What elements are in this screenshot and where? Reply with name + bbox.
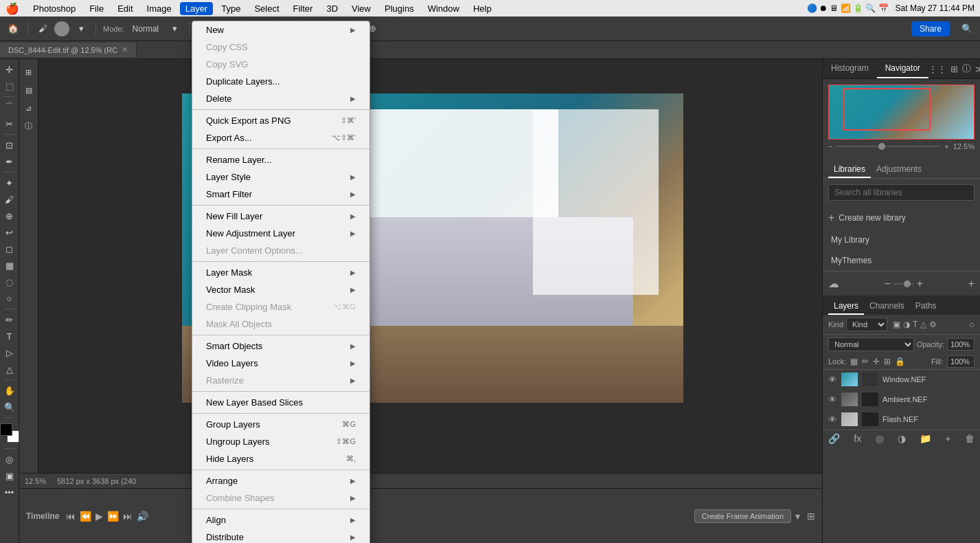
timeline-arrow-down[interactable]: ▾ [795,511,800,522]
menu-distribute[interactable]: Distribute ▶ [192,529,369,543]
timeline-audio[interactable]: 🔊 [137,511,148,522]
history-brush[interactable]: ↩ [2,225,17,240]
dodge-tool[interactable]: ○ [2,291,17,306]
menu-ungroup-layers[interactable]: Ungroup Layers ⇧⌘G [192,433,369,450]
lib-zoom-out[interactable]: − [884,278,890,290]
add-mask-btn[interactable]: ◎ [876,433,884,444]
libraries-tab[interactable]: Libraries [828,162,871,178]
panel-icon-3[interactable]: ⓘ [962,63,971,75]
timeline-prev[interactable]: ⏪ [80,511,91,522]
layer-item-window[interactable]: 👁 Window.NEF [823,370,980,390]
menu-vector-mask[interactable]: Vector Mask ▶ [192,281,369,298]
menu-new-fill-layer[interactable]: New Fill Layer ▶ [192,208,369,225]
group-layer-btn[interactable]: 📁 [920,433,931,444]
menubar-photoshop[interactable]: Photoshop [27,2,81,15]
panel-icon-1[interactable]: ⋮⋮ [928,64,946,74]
brush-tool-options[interactable]: 🖌 [35,21,50,36]
timeline-expand[interactable]: ⊞ [807,511,815,522]
filter-icon[interactable]: ▤ [21,82,36,98]
timeline-prev-start[interactable]: ⏮ [66,511,76,522]
lock-pixel[interactable]: ✏ [862,357,869,366]
menu-video-layers[interactable]: Video Layers ▶ [192,355,369,372]
crop-tool[interactable]: ⊡ [2,137,17,153]
layer-item-flash[interactable]: 👁 Flash.NEF [823,410,980,430]
filter-toggle[interactable]: ○ [969,319,975,330]
add-style-btn[interactable]: fx [854,433,861,444]
mythemes-item[interactable]: MyThemes [823,250,980,271]
lock-transparent[interactable]: ▦ [850,357,858,366]
timeline-next[interactable]: ⏩ [107,511,119,522]
menubar-view[interactable]: View [346,2,376,15]
eraser-tool[interactable]: ◻ [2,241,17,256]
document-tab[interactable]: DSC_8444-Edit.tif @ 12.5% (RC ✕ [0,43,137,57]
paths-tab[interactable]: Paths [910,298,942,315]
quick-select-tool[interactable]: ✂ [2,116,17,131]
extra-tools[interactable]: ••• [2,485,17,500]
navigator-tab[interactable]: Navigator [877,59,928,78]
eyedropper-tool[interactable]: ✒ [2,154,17,169]
move-tool[interactable]: ✛ [2,62,17,77]
menubar-file[interactable]: File [84,2,109,15]
brush-arrow[interactable]: ▾ [73,21,89,36]
lock-all[interactable]: 🔒 [895,357,905,366]
share-button[interactable]: Share [911,21,950,36]
gradient-tool[interactable]: ▦ [2,258,17,273]
color-swatches[interactable] [0,423,19,443]
hand-tool[interactable]: ✋ [2,383,17,398]
layer-visibility-window[interactable]: 👁 [828,375,837,385]
lib-add-btn[interactable]: + [968,278,975,290]
shape-tool[interactable]: △ [2,362,17,377]
lib-zoom-thumb[interactable] [904,280,911,287]
channels-tab[interactable]: Channels [864,298,910,315]
filter-select[interactable]: Kind Name Effect [846,318,887,331]
mode-value[interactable]: Normal [128,23,163,35]
tab-close[interactable]: ✕ [122,45,128,54]
menubar-image[interactable]: Image [141,2,177,15]
clone-tool[interactable]: ⊕ [2,208,17,223]
mode-arrow[interactable]: ▾ [167,21,182,36]
menu-new[interactable]: New ▶ [192,21,369,38]
menubar-layer[interactable]: Layer [180,2,214,15]
adjust-icon[interactable]: ⊿ [21,100,36,115]
lock-position[interactable]: ✛ [873,357,880,366]
fill-input[interactable] [947,355,975,368]
menu-hide-layers[interactable]: Hide Layers ⌘, [192,450,369,467]
pen-tool[interactable]: ✏ [2,312,17,327]
adjustment-layer-btn[interactable]: ◑ [898,433,906,444]
panel-icon-2[interactable]: ⊞ [950,64,958,74]
create-frame-animation-btn[interactable]: Create Frame Animation [694,509,791,523]
menu-quick-export[interactable]: Quick Export as PNG ⇧⌘' [192,112,369,129]
layer-item-ambient[interactable]: 👁 Ambient.NEF [823,390,980,410]
marquee-tool[interactable]: ⬚ [2,78,17,93]
menubar-filter[interactable]: Filter [288,2,319,15]
library-search-input[interactable] [828,184,975,201]
zoom-tool[interactable]: 🔍 [2,399,17,414]
menubar-3d[interactable]: 3D [321,2,343,15]
brush-tool[interactable]: 🖌 [2,192,17,207]
cloud-icon[interactable]: ☁ [828,277,839,290]
link-layers-btn[interactable]: 🔗 [828,433,840,444]
text-tool[interactable]: T [2,329,17,344]
filter-icon-adjust[interactable]: ◑ [903,320,910,329]
layer-visibility-ambient[interactable]: 👁 [828,395,837,405]
menu-layer-style[interactable]: Layer Style ▶ [192,168,369,186]
panel-collapse[interactable]: ≫ [975,64,980,74]
timeline-next-end[interactable]: ⏭ [123,511,133,522]
menu-rename-layer[interactable]: Rename Layer... [192,151,369,168]
menubar-help[interactable]: Help [468,2,497,15]
screen-mode[interactable]: ▣ [2,468,17,483]
menu-arrange[interactable]: Arrange ▶ [192,472,369,489]
foreground-color[interactable] [0,423,12,436]
menu-smart-filter[interactable]: Smart Filter ▶ [192,186,369,203]
menubar-type[interactable]: Type [216,2,246,15]
lib-zoom-slider[interactable] [893,283,914,285]
filter-icon-type[interactable]: T [913,320,918,329]
nav-zoom-in[interactable]: + [944,142,948,151]
nav-slider-thumb[interactable] [878,143,885,150]
opacity-input[interactable] [947,338,975,351]
filter-icon-shape[interactable]: △ [920,320,926,329]
menu-layer-mask[interactable]: Layer Mask ▶ [192,264,369,281]
lasso-tool[interactable]: ⌒ [2,100,17,115]
create-new-library[interactable]: + Create new library [823,206,980,230]
histogram-tab[interactable]: Histogram [823,59,877,78]
